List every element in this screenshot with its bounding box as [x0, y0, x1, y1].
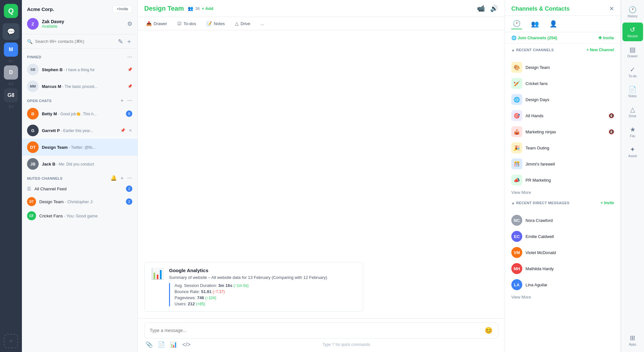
dm-row-mathilda[interactable]: MH Mathilda Hardy — [505, 261, 620, 277]
compose-icon[interactable]: ＋ — [126, 37, 132, 46]
chat-preview-marcus: - The basic proced... — [61, 84, 98, 89]
drawer-label: Drawer — [154, 21, 167, 26]
close-panel-icon[interactable]: ✕ — [609, 5, 614, 12]
toolbar-todos[interactable]: ☑ To-dos — [175, 20, 198, 27]
stat-bounce-label: Bounce Rate: — [175, 289, 200, 294]
attachment-icon[interactable]: 📎 — [146, 341, 153, 348]
document-icon[interactable]: 📄 — [158, 341, 165, 348]
right-nav-assist[interactable]: ✦ Assist — [622, 142, 643, 161]
chat-messages: 📊 Google Analytics Summary of website – … — [138, 30, 505, 318]
open-chat-jack[interactable]: JB Jack B - Me: Did you conduct — [22, 156, 137, 172]
app-logo[interactable]: Q — [4, 4, 18, 18]
right-nav-todo[interactable]: ✓ To-do — [622, 62, 643, 81]
search-input[interactable] — [35, 39, 115, 44]
muted-notification-icon[interactable]: 🔔 — [110, 175, 117, 182]
view-more-dms[interactable]: View More — [505, 293, 620, 301]
channel-icon-all-feed: ☰ — [27, 186, 31, 191]
right-nav-history[interactable]: 🕐 History — [622, 3, 643, 21]
workspace-g-badge: 8 — [12, 92, 14, 98]
channel-row-pr-marketing[interactable]: 📣 PR Marketing — [505, 172, 620, 188]
emoji-icon[interactable]: 😊 — [485, 327, 493, 334]
new-channel-button[interactable]: + New Channel — [586, 48, 614, 52]
channel-name-jimmis: Jimmi's farewell — [526, 162, 614, 166]
channel-row-design-team[interactable]: 🎨 Design Team — [505, 59, 620, 75]
channel-row-cricket[interactable]: 🏏 Cricket fans — [505, 75, 620, 91]
open-chats-section-header: OPEN CHATS ＋ ⋯ — [22, 95, 137, 105]
stat-session-value: 3m 16s — [218, 283, 232, 288]
recent-channels-section: ▲ RECENT CHANNELS + New Channel — [505, 44, 620, 59]
channel-avatar-design-days: 🌐 — [511, 94, 522, 105]
channel-name-cricket: Cricket fans — [526, 81, 614, 86]
search-row: 🔍 ✎ ＋ — [22, 34, 137, 49]
nav-item-main[interactable]: 💬 — [3, 23, 19, 40]
open-chat-betty[interactable]: B Betty M - Good job👏. This h... 8 — [22, 105, 137, 122]
dm-avatar-mathilda: MH — [511, 263, 522, 274]
dm-row-emilie[interactable]: EC Emilie Caldwell — [505, 228, 620, 244]
fav-icon: ★ — [630, 126, 636, 133]
tab-recent[interactable]: 🕐 — [511, 18, 522, 29]
muted-channel-design-team[interactable]: DT Design Team - Christopher J: 2 — [22, 195, 137, 209]
channel-row-jimmis[interactable]: 🎊 Jimmi's farewell — [505, 156, 620, 172]
pinned-item-marcus[interactable]: MM Marcus M - The basic proced... 📌 — [22, 78, 137, 95]
right-nav-drive[interactable]: △ Drive — [622, 102, 643, 121]
right-nav-fav[interactable]: ★ Fav — [622, 122, 643, 141]
analytics-icon: 📊 — [151, 268, 164, 306]
muted-more-icon[interactable]: ⋯ — [127, 175, 132, 182]
channel-row-all-hands[interactable]: 🎯 All Hands 🔇 — [505, 108, 620, 124]
right-nav-apps[interactable]: ⊞ Apps — [622, 331, 643, 349]
audio-icon[interactable]: 🔊 — [490, 5, 498, 12]
chat-preview-stephen: - I have a thing for — [62, 68, 95, 72]
invite-button[interactable]: +Invite — [112, 5, 132, 13]
chart-icon[interactable]: 📊 — [170, 341, 177, 348]
drive-label: Drive — [241, 21, 250, 26]
dm-row-lina[interactable]: LA Lina Aguilar — [505, 277, 620, 293]
add-member-button[interactable]: + Add — [202, 6, 213, 11]
code-icon[interactable]: </> — [182, 341, 191, 348]
right-nav-drawer[interactable]: ▤ Drawer — [622, 43, 643, 61]
message-input[interactable] — [150, 328, 481, 333]
dm-row-nora[interactable]: NC Nora Crawford — [505, 212, 620, 228]
toolbar-notes[interactable]: 📝 Notes — [204, 20, 227, 27]
notes-label: Notes — [214, 21, 225, 26]
view-more-channels[interactable]: View More — [505, 188, 620, 197]
invite-dm-button[interactable]: + Invite — [601, 201, 614, 205]
join-channels-link[interactable]: 🌐 Join Channels (254) — [511, 35, 557, 40]
settings-icon[interactable]: ⚙ — [127, 20, 132, 27]
add-workspace-button[interactable]: + — [4, 334, 18, 348]
open-chat-garrett[interactable]: G Garrett P - Earlier this year... 📌 ✕ — [22, 122, 137, 139]
channel-row-marketing[interactable]: 🎪 Marketing ninjas 🔇 — [505, 124, 620, 140]
stat-bounce-value: 51.81 — [201, 289, 212, 294]
channel-row-design-days[interactable]: 🌐 Design Days — [505, 91, 620, 108]
open-chats-add-icon[interactable]: ＋ — [119, 97, 125, 104]
right-panel: Channels & Contacts ✕ 🕐 👥 👤 🌐 Join Chann… — [505, 0, 621, 352]
toolbar-drawer[interactable]: 📥 Drawer — [144, 20, 169, 27]
toolbar-more[interactable]: ... — [259, 20, 266, 27]
muted-channel-cricket[interactable]: CF Cricket Fans - You: Good game — [22, 209, 137, 223]
new-chat-icon[interactable]: ✎ — [118, 38, 123, 45]
dm-row-violet[interactable]: VM Violet McDonald — [505, 244, 620, 261]
badge-design-team-muted: 2 — [126, 198, 132, 205]
tab-groups[interactable]: 👥 — [530, 19, 540, 29]
pinned-more-icon[interactable]: ⋯ — [127, 54, 132, 60]
tab-contacts[interactable]: 👤 — [548, 19, 559, 29]
workspace-d[interactable]: D — [4, 65, 18, 80]
pinned-item-stephen[interactable]: SB Stephen B - I have a thing for 📌 — [22, 61, 137, 78]
analytics-stats: Avg. Session Duration: 3m 16s (↑1m 0s) B… — [169, 283, 356, 306]
channel-row-team-outing[interactable]: 🎉 Team Outing — [505, 140, 620, 156]
chat-toolbar: 📥 Drawer ☑ To-dos 📝 Notes △ Drive ... — [138, 17, 505, 30]
muted-add-icon[interactable]: ＋ — [119, 175, 125, 182]
workspace-shortcut-1: ⌘1 — [8, 59, 14, 63]
right-nav-recent[interactable]: ↺ Recent — [622, 23, 643, 41]
video-icon[interactable]: 📹 — [477, 5, 485, 12]
muted-channel-all-feed[interactable]: ☰ All Channel Feed 2 — [22, 183, 137, 195]
close-icon-garrett[interactable]: ✕ — [128, 128, 132, 133]
toolbar-drive[interactable]: △ Drive — [233, 20, 252, 27]
drawer-nav-icon: ▤ — [630, 46, 636, 53]
open-chats-more-icon[interactable]: ⋯ — [127, 97, 132, 104]
right-nav-notes[interactable]: 📄 Notes — [622, 82, 643, 101]
invite-link[interactable]: ✚ Invite — [598, 35, 614, 40]
open-chat-design-team[interactable]: DT Design Team - Twitter: @flo... — [22, 139, 137, 156]
avatar-design-team: DT — [27, 141, 39, 153]
workspace-g[interactable]: G 8 — [4, 88, 18, 102]
workspace-m[interactable]: M — [4, 43, 18, 57]
